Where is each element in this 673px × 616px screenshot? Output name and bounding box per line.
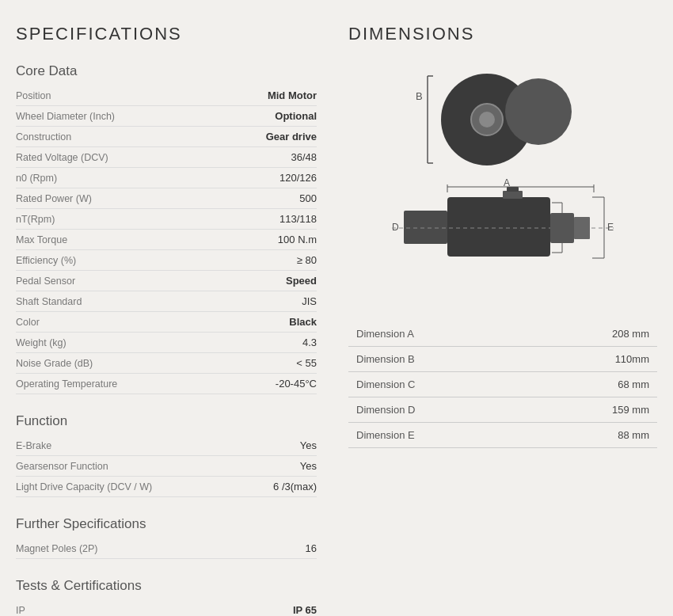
- spec-row: Shaft StandardJIS: [16, 291, 317, 312]
- spec-value: 16: [306, 542, 317, 554]
- spec-value: -20-45°C: [276, 378, 317, 390]
- dimension-row: Dimension A208 mm: [348, 321, 657, 347]
- svg-rect-21: [574, 217, 590, 239]
- dimension-row: Dimension D159 mm: [348, 397, 657, 423]
- spec-row: Noise Grade (dB)< 55: [16, 353, 317, 374]
- spec-row: ConstructionGear drive: [16, 127, 317, 147]
- motor-diagram: B A D: [348, 60, 657, 298]
- spec-label: Shaft Standard: [16, 296, 82, 307]
- spec-value: Speed: [286, 275, 317, 287]
- dimension-label: Dimension E: [348, 423, 529, 448]
- dimension-row: Dimension E88 mm: [348, 423, 657, 448]
- spec-value: ≥ 80: [297, 254, 317, 266]
- spec-value: JIS: [302, 295, 317, 307]
- spec-value: IP 65: [293, 604, 317, 616]
- svg-rect-27: [507, 187, 519, 192]
- spec-row: Magnet Poles (2P)16: [16, 538, 317, 559]
- spec-label: n0 (Rpm): [16, 173, 57, 184]
- dim-section-title: DIMENSIONS: [348, 24, 657, 44]
- dimension-label: Dimension A: [348, 321, 529, 347]
- spec-label: nT(Rpm): [16, 214, 55, 225]
- svg-text:D: D: [392, 222, 399, 233]
- spec-row: Wheel Diameter (Inch)Optional: [16, 106, 317, 127]
- svg-rect-13: [404, 211, 447, 244]
- spec-value: 36/48: [291, 151, 317, 163]
- spec-label: Position: [16, 90, 51, 101]
- spec-row: IPIP 65: [16, 600, 317, 616]
- spec-label: Rated Power (W): [16, 193, 92, 204]
- group-title: Function: [16, 413, 317, 429]
- spec-row: Rated Voltage (DCV)36/48: [16, 147, 317, 168]
- spec-label: IP: [16, 605, 25, 616]
- spec-row: Efficiency (%)≥ 80: [16, 250, 317, 271]
- svg-rect-26: [503, 191, 523, 199]
- spec-row: Max Torque100 N.m: [16, 230, 317, 250]
- dimension-row: Dimension B110mm: [348, 347, 657, 372]
- svg-text:B: B: [416, 90, 423, 102]
- svg-rect-20: [550, 213, 574, 243]
- spec-group: FunctionE-BrakeYesGearsensor FunctionYes…: [16, 413, 317, 497]
- spec-label: Light Drive Capacity (DCV / W): [16, 481, 152, 492]
- spec-value: Yes: [300, 439, 317, 451]
- spec-label: Wheel Diameter (Inch): [16, 111, 115, 122]
- spec-section-title: SPECIFICATIONS: [16, 24, 317, 44]
- spec-row: Light Drive Capacity (DCV / W)6 /3(max): [16, 477, 317, 497]
- dimension-row: Dimension C68 mm: [348, 372, 657, 397]
- dimension-value: 110mm: [529, 347, 657, 372]
- spec-value: 4.3: [302, 337, 317, 348]
- spec-label: Gearsensor Function: [16, 461, 108, 472]
- spec-value: 500: [299, 192, 317, 204]
- spec-value: Black: [289, 316, 317, 328]
- dimension-value: 68 mm: [529, 372, 657, 397]
- spec-value: 6 /3(max): [273, 481, 317, 492]
- dimensions-panel: DIMENSIONS B: [333, 24, 657, 616]
- dimensions-table: Dimension A208 mmDimension B110mmDimensi…: [348, 321, 657, 448]
- spec-value: Yes: [300, 460, 317, 472]
- spec-label: Max Torque: [16, 234, 67, 245]
- spec-row: Operating Temperature-20-45°C: [16, 374, 317, 394]
- spec-row: Pedal SensorSpeed: [16, 271, 317, 291]
- spec-row: E-BrakeYes: [16, 435, 317, 456]
- spec-row: Rated Power (W)500: [16, 188, 317, 209]
- spec-value: 100 N.m: [278, 234, 317, 245]
- dimension-label: Dimension C: [348, 372, 529, 397]
- group-title: Tests & Certifications: [16, 578, 317, 594]
- spec-row: nT(Rpm)113/118: [16, 209, 317, 230]
- spec-row: Gearsensor FunctionYes: [16, 456, 317, 477]
- spec-row: n0 (Rpm)120/126: [16, 168, 317, 188]
- spec-label: Weight (kg): [16, 337, 67, 348]
- svg-text:A: A: [504, 177, 510, 188]
- spec-label: Construction: [16, 131, 71, 143]
- spec-label: Efficiency (%): [16, 255, 76, 266]
- specifications-panel: SPECIFICATIONS Core DataPositionMid Moto…: [16, 24, 317, 616]
- dimension-label: Dimension D: [348, 397, 529, 423]
- spec-row: PositionMid Motor: [16, 86, 317, 106]
- spec-value: 113/118: [279, 213, 317, 225]
- spec-label: Pedal Sensor: [16, 276, 75, 287]
- group-title: Core Data: [16, 63, 317, 79]
- dimension-value: 88 mm: [529, 423, 657, 448]
- svg-text:E: E: [607, 222, 614, 233]
- svg-point-1: [505, 78, 572, 145]
- spec-value: Mid Motor: [268, 89, 317, 101]
- spec-value: < 55: [296, 357, 317, 369]
- spec-group: Tests & CertificationsIPIP 65Certificati…: [16, 578, 317, 616]
- spec-value: Optional: [275, 110, 317, 122]
- spec-value: Gear drive: [266, 131, 317, 143]
- spec-label: E-Brake: [16, 440, 51, 451]
- spec-group: Further SpecificationsMagnet Poles (2P)1…: [16, 516, 317, 559]
- spec-label: Rated Voltage (DCV): [16, 152, 108, 163]
- dimension-value: 159 mm: [529, 397, 657, 423]
- dimension-value: 208 mm: [529, 321, 657, 347]
- spec-label: Operating Temperature: [16, 378, 117, 390]
- spec-label: Noise Grade (dB): [16, 358, 93, 369]
- spec-label: Color: [16, 317, 40, 328]
- group-title: Further Specifications: [16, 516, 317, 532]
- spec-row: ColorBlack: [16, 312, 317, 333]
- svg-rect-12: [447, 197, 550, 257]
- spec-row: Weight (kg)4.3: [16, 333, 317, 353]
- spec-label: Magnet Poles (2P): [16, 543, 98, 554]
- svg-point-3: [479, 112, 495, 127]
- dimension-label: Dimension B: [348, 347, 529, 372]
- spec-value: 120/126: [279, 172, 317, 184]
